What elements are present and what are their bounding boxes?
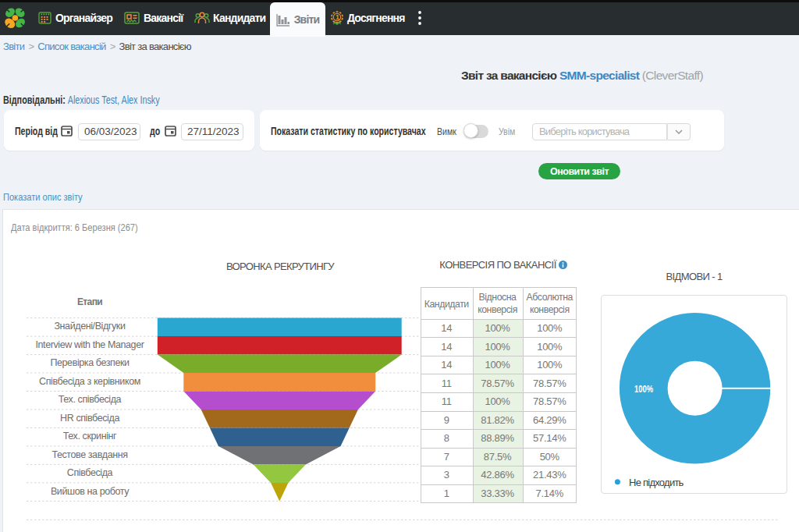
svg-text:100%: 100%	[634, 383, 653, 395]
